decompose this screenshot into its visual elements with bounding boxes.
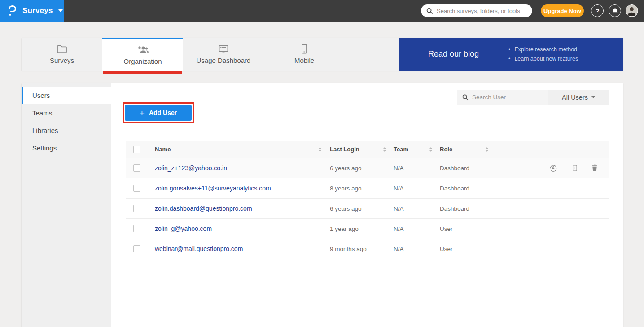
last-login-cell: 6 years ago <box>330 165 362 172</box>
row-checkbox[interactable] <box>133 225 140 232</box>
table-header-row: Name Last Login Team Role <box>126 141 609 158</box>
tab-usage-dashboard[interactable]: Usage Dashboard <box>183 38 264 71</box>
team-cell: N/A <box>394 165 404 172</box>
role-cell: Dashboard <box>440 185 469 192</box>
table-row: webinar@mail.questionpro.com 9 months ag… <box>126 239 609 259</box>
sidebar-item-teams[interactable]: Teams <box>22 104 111 122</box>
tab-label: Usage Dashboard <box>197 57 251 64</box>
search-icon <box>462 94 469 101</box>
folder-icon <box>57 44 67 54</box>
user-avatar[interactable] <box>626 4 638 17</box>
sort-last-login-icon[interactable] <box>383 147 386 152</box>
sidebar-item-users[interactable]: Users <box>22 87 111 104</box>
team-cell: N/A <box>394 185 404 192</box>
sidebar-item-label: Users <box>32 92 50 99</box>
role-cell: Dashboard <box>440 205 469 212</box>
add-user-button[interactable]: + Add User <box>125 105 192 121</box>
reset-password-icon[interactable] <box>549 164 558 172</box>
upgrade-now-button[interactable]: Upgrade Now <box>541 4 584 17</box>
add-user-label: Add User <box>149 109 177 116</box>
blog-bullet: Learn about new features <box>508 54 578 64</box>
role-cell: Dashboard <box>440 165 469 172</box>
search-user-input[interactable] <box>472 94 552 101</box>
mobile-icon <box>301 44 307 54</box>
search-icon <box>426 8 433 14</box>
product-switcher[interactable]: Surveys <box>0 0 64 22</box>
sidebar-item-settings[interactable]: Settings <box>22 139 111 157</box>
chevron-down-icon <box>591 96 595 98</box>
organization-panel: Users Teams Libraries Settings + Add Use… <box>22 83 623 327</box>
global-search[interactable] <box>421 4 532 17</box>
column-header-team: Team <box>394 146 408 153</box>
row-checkbox[interactable] <box>133 164 140 172</box>
global-search-input[interactable] <box>437 8 527 14</box>
question-mark-icon: ? <box>595 7 599 15</box>
tab-label: Mobile <box>294 57 314 64</box>
questionpro-logo-icon <box>7 4 18 17</box>
table-row: zolin_z+123@yahoo.co.in 6 years ago N/A … <box>126 158 609 178</box>
user-filter-bar: All Users <box>457 90 609 105</box>
notifications-button[interactable] <box>609 4 621 17</box>
last-login-cell: 8 years ago <box>330 185 362 192</box>
sort-team-icon[interactable] <box>429 147 433 152</box>
top-bar: Surveys Upgrade Now ? <box>0 0 644 22</box>
user-email-link[interactable]: zolin.dashboard@questionpro.com <box>155 205 252 212</box>
delete-user-icon[interactable] <box>590 164 599 172</box>
role-cell: User <box>440 246 453 252</box>
table-row: zolin.gonsalves+11@surveyanalytics.com 8… <box>126 178 609 199</box>
team-cell: N/A <box>394 205 404 212</box>
user-email-link[interactable]: zolin_z+123@yahoo.co.in <box>155 164 227 172</box>
user-email-link[interactable]: webinar@mail.questionpro.com <box>155 245 243 252</box>
annotation-red-box: + Add User <box>123 102 194 123</box>
sort-name-icon[interactable] <box>318 147 322 152</box>
tab-mobile[interactable]: Mobile <box>264 38 345 71</box>
column-header-role: Role <box>440 146 452 153</box>
column-header-last-login: Last Login <box>330 146 359 153</box>
table-row: zolin_g@yahoo.com 1 year ago N/A User <box>126 219 609 239</box>
module-tabs: Surveys Organization Usage Dashboard <box>22 38 623 71</box>
chevron-down-icon <box>58 9 63 12</box>
user-email-link[interactable]: zolin.gonsalves+11@surveyanalytics.com <box>155 185 271 192</box>
tab-organization[interactable]: Organization <box>102 38 183 71</box>
row-checkbox[interactable] <box>133 185 140 192</box>
row-checkbox[interactable] <box>133 205 140 212</box>
row-checkbox[interactable] <box>133 245 140 252</box>
table-row: zolin.dashboard@questionpro.com 6 years … <box>126 199 609 219</box>
login-as-user-icon[interactable] <box>570 164 578 172</box>
dashboard-icon <box>218 44 229 54</box>
sidebar-item-label: Teams <box>32 109 52 117</box>
last-login-cell: 6 years ago <box>330 205 362 212</box>
last-login-cell: 9 months ago <box>330 246 367 252</box>
tab-label: Organization <box>123 57 162 65</box>
search-user-box[interactable] <box>457 90 548 105</box>
product-name: Surveys <box>22 6 53 15</box>
blog-bullet: Explore research method <box>508 45 578 54</box>
column-header-name: Name <box>155 146 171 153</box>
tab-surveys[interactable]: Surveys <box>22 38 102 71</box>
filter-value: All Users <box>562 94 588 101</box>
team-cell: N/A <box>394 225 404 232</box>
org-sidebar: Users Teams Libraries Settings <box>22 83 111 327</box>
sidebar-item-libraries[interactable]: Libraries <box>22 122 111 139</box>
annotation-red-underline <box>103 71 182 74</box>
user-email-link[interactable]: zolin_g@yahoo.com <box>155 225 212 232</box>
users-table: Name Last Login Team Role zolin_z+123@ya… <box>126 141 609 259</box>
sidebar-item-label: Settings <box>32 144 57 152</box>
sidebar-item-label: Libraries <box>32 127 58 134</box>
tab-label: Surveys <box>50 57 74 64</box>
team-cell: N/A <box>394 246 404 252</box>
bell-icon <box>612 8 618 14</box>
sort-role-icon[interactable] <box>485 147 489 152</box>
blog-banner[interactable]: Read our blog Explore research method Le… <box>399 38 623 71</box>
blog-title: Read our blog <box>399 49 508 59</box>
select-all-checkbox[interactable] <box>133 146 140 153</box>
role-cell: User <box>440 225 453 232</box>
add-people-icon <box>136 45 149 55</box>
all-users-dropdown[interactable]: All Users <box>548 90 609 105</box>
blog-bullet-list: Explore research method Learn about new … <box>508 45 578 64</box>
last-login-cell: 1 year ago <box>330 225 359 232</box>
plus-icon: + <box>140 109 145 117</box>
help-button[interactable]: ? <box>591 4 604 17</box>
